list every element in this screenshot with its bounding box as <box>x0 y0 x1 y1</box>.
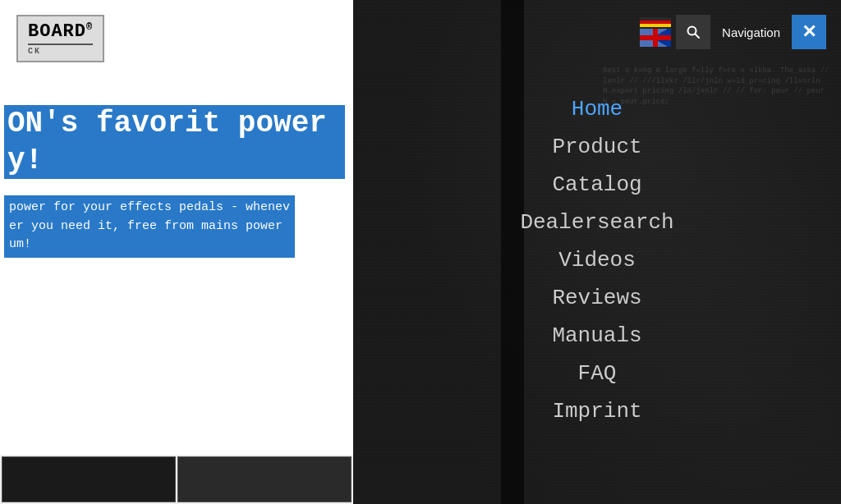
navigation-label: Navigation <box>715 25 787 39</box>
top-bar: Navigation ✕ <box>640 15 826 49</box>
bottom-thumbnails <box>0 455 353 504</box>
close-icon: ✕ <box>802 21 816 43</box>
close-button[interactable]: ✕ <box>792 15 826 49</box>
flag-de-gold <box>640 24 671 27</box>
hero-body-line1: power for your effects pedals - whenev <box>9 200 290 214</box>
hero-text-area: ON's favorit power y! power for your eff… <box>0 72 353 274</box>
thumbnail-2 <box>177 456 352 502</box>
nav-item-dealersearch[interactable]: Dealersearch <box>353 204 841 241</box>
nav-item-catalog[interactable]: Catalog <box>353 166 841 204</box>
nav-item-reviews[interactable]: Reviews <box>353 279 841 317</box>
hero-headline: ON's favorit power y! <box>4 105 345 179</box>
hero-body: power for your effects pedals - whenev e… <box>4 195 295 258</box>
thumbnail-1 <box>2 456 176 502</box>
logo-registered: ® <box>86 21 93 33</box>
hero-body-line2: er you need it, free from mains power <box>9 219 283 233</box>
nav-menu: Home Product Catalog Dealersearch Videos… <box>353 90 841 430</box>
logo-sub: CK <box>28 44 93 56</box>
nav-item-manuals[interactable]: Manuals <box>353 317 841 355</box>
hero-line1: ON's favorit power <box>4 105 345 142</box>
page-container: BOARD® CK ON's favorit power y! power fo… <box>0 0 841 504</box>
flag-en-cross-v <box>653 29 658 47</box>
flag-en[interactable] <box>640 29 671 47</box>
svg-line-1 <box>696 34 700 39</box>
flag-de[interactable] <box>640 17 671 27</box>
logo-area: BOARD® CK <box>0 0 353 72</box>
hero-line2: y! <box>4 142 345 179</box>
logo-box: BOARD® CK <box>16 15 104 62</box>
logo-main: BOARD <box>28 21 86 42</box>
nav-item-faq[interactable]: FAQ <box>353 355 841 392</box>
nav-item-videos[interactable]: Videos <box>353 241 841 279</box>
search-button[interactable] <box>676 15 710 49</box>
nav-item-imprint[interactable]: Imprint <box>353 392 841 430</box>
search-icon <box>686 25 701 39</box>
left-panel: BOARD® CK ON's favorit power y! power fo… <box>0 0 353 504</box>
hero-body-line3: um! <box>9 237 31 251</box>
nav-item-product[interactable]: Product <box>353 128 841 166</box>
nav-item-home[interactable]: Home <box>353 90 841 128</box>
right-panel: Best x k=ng m large f=lly f=re x xlkba. … <box>353 0 841 504</box>
language-flags <box>640 17 671 47</box>
